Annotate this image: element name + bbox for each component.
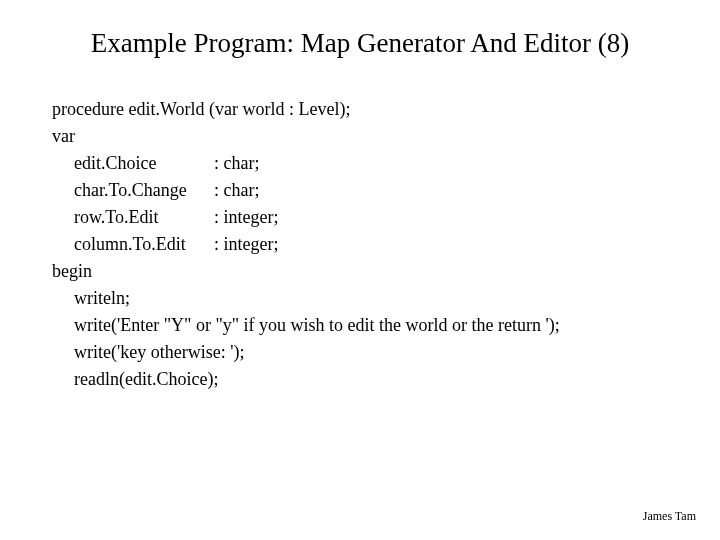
code-line: write('key otherwise: '); — [52, 339, 560, 366]
var-type: : integer; — [214, 234, 278, 254]
code-line: readln(edit.Choice); — [52, 366, 560, 393]
code-line: column.To.Edit: integer; — [52, 231, 560, 258]
code-line: var — [52, 123, 560, 150]
var-type: : char; — [214, 180, 259, 200]
var-type: : integer; — [214, 207, 278, 227]
var-type: : char; — [214, 153, 259, 173]
code-block: procedure edit.World (var world : Level)… — [52, 96, 560, 393]
var-name: row.To.Edit — [74, 204, 214, 231]
slide-title: Example Program: Map Generator And Edito… — [0, 28, 720, 59]
code-line: procedure edit.World (var world : Level)… — [52, 96, 560, 123]
var-name: char.To.Change — [74, 177, 214, 204]
code-line: row.To.Edit: integer; — [52, 204, 560, 231]
code-line: writeln; — [52, 285, 560, 312]
slide: Example Program: Map Generator And Edito… — [0, 0, 720, 540]
var-name: edit.Choice — [74, 150, 214, 177]
code-line: char.To.Change: char; — [52, 177, 560, 204]
footer-author: James Tam — [643, 509, 696, 524]
code-line: begin — [52, 258, 560, 285]
code-line: edit.Choice: char; — [52, 150, 560, 177]
var-name: column.To.Edit — [74, 231, 214, 258]
code-line: write('Enter "Y" or "y" if you wish to e… — [52, 312, 560, 339]
